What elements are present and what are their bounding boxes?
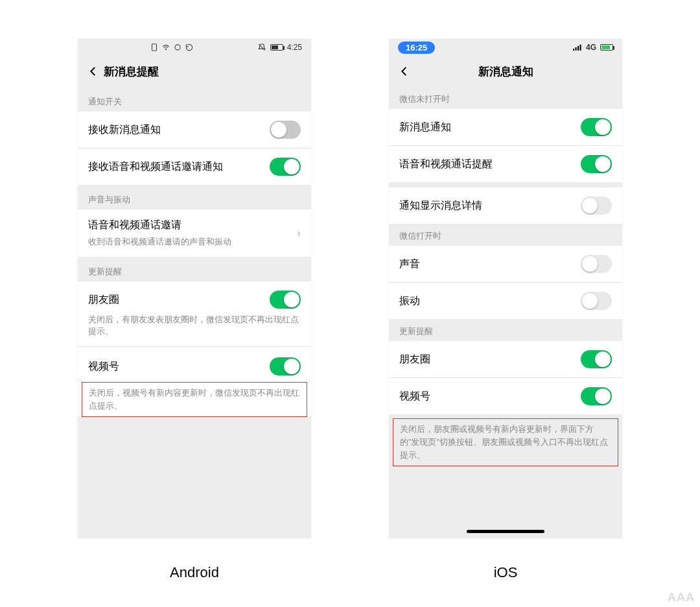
cell-label: 振动 — [399, 294, 420, 308]
svg-rect-4 — [573, 49, 574, 51]
ios-footer-note-highlight: 关闭后，朋友圈或视频号有新内容更新时，界面下方的"发现页"切换按钮、朋友圈或视频… — [393, 418, 618, 466]
android-section1-header: 通知开关 — [78, 87, 311, 112]
toggle-new-msg[interactable] — [581, 118, 612, 136]
moments-note: 关闭后，有朋友发表朋友圈时，微信发现页不再出现红点提示。 — [88, 314, 301, 337]
ios-navbar: 新消息通知 — [389, 56, 622, 87]
android-title: 新消息提醒 — [104, 64, 159, 79]
cell-moments[interactable]: 朋友圈 关闭后，有朋友发表朋友圈时，微信发现页不再出现红点提示。 — [78, 281, 311, 347]
ios-caption: iOS — [494, 564, 518, 581]
svg-rect-6 — [578, 46, 579, 51]
cell-label: 声音 — [399, 257, 420, 271]
android-time: 4:25 — [287, 43, 302, 52]
ios-section2-header: 微信打开时 — [389, 224, 622, 246]
cell-label: 接收新消息通知 — [88, 123, 161, 137]
cell-show-detail[interactable]: 通知显示消息详情 — [389, 187, 622, 224]
svg-point-2 — [175, 45, 180, 50]
toggle-av-remind[interactable] — [581, 155, 612, 173]
svg-rect-5 — [575, 47, 576, 51]
sim-icon — [150, 43, 159, 52]
cellular-bars-icon — [573, 43, 582, 52]
chevron-right-icon: › — [297, 226, 301, 240]
toggle-channels[interactable] — [270, 357, 301, 375]
cell-label: 语音和视频通话提醒 — [399, 158, 493, 171]
ios-footer-note: 关闭后，朋友圈或视频号有新内容更新时，界面下方的"发现页"切换按钮、朋友圈或视频… — [393, 419, 618, 466]
battery-icon — [600, 44, 613, 51]
spinner-icon — [173, 43, 182, 52]
wifi-icon — [161, 43, 170, 52]
refresh-icon — [185, 43, 194, 52]
chevron-left-icon — [88, 65, 99, 77]
svg-point-1 — [166, 49, 167, 49]
home-indicator — [467, 530, 544, 533]
toggle-show-detail[interactable] — [581, 196, 612, 215]
watermark: AAA — [668, 591, 695, 604]
android-channels-note-highlight: 关闭后，视频号有新内容更新时，微信发现页不再出现红点提示。 — [82, 382, 307, 417]
channels-note: 关闭后，视频号有新内容更新时，微信发现页不再出现红点提示。 — [82, 383, 307, 416]
ios-section3-header: 更新提醒 — [389, 319, 622, 341]
toggle-receive-msg[interactable] — [270, 121, 301, 139]
cell-sublabel: 收到语音和视频通话邀请的声音和振动 — [88, 236, 297, 248]
ios-section1-header: 微信未打开时 — [389, 87, 622, 109]
toggle-channels-ios[interactable] — [581, 387, 612, 405]
battery-icon — [270, 44, 283, 51]
svg-rect-7 — [579, 45, 581, 51]
mute-icon — [257, 43, 266, 52]
cell-label: 语音和视频通话邀请 — [88, 219, 297, 232]
back-button[interactable] — [394, 65, 415, 77]
android-section3-header: 更新提醒 — [78, 257, 311, 281]
toggle-sound[interactable] — [581, 255, 612, 273]
cell-label: 通知显示消息详情 — [399, 199, 482, 213]
android-navbar: 新消息提醒 — [78, 56, 311, 87]
cell-receive-new-msg[interactable]: 接收新消息通知 — [78, 112, 311, 149]
cell-label: 视频号 — [88, 360, 119, 374]
cell-label: 新消息通知 — [399, 121, 451, 134]
toggle-vibrate[interactable] — [581, 292, 612, 310]
cell-sound[interactable]: 声音 — [389, 246, 622, 283]
ios-statusbar: 16:25 4G — [389, 39, 622, 56]
cell-av-remind[interactable]: 语音和视频通话提醒 — [389, 146, 622, 182]
toggle-receive-av[interactable] — [270, 158, 301, 176]
android-caption: Android — [170, 564, 219, 581]
cell-label: 朋友圈 — [88, 293, 119, 307]
toggle-moments-ios[interactable] — [581, 350, 612, 368]
ios-title: 新消息通知 — [415, 64, 596, 79]
cell-label: 视频号 — [399, 390, 430, 403]
chevron-left-icon — [399, 65, 410, 77]
cell-vibrate[interactable]: 振动 — [389, 283, 622, 319]
cell-av-invite-detail[interactable]: 语音和视频通话邀请 收到语音和视频通话邀请的声音和振动 › — [78, 209, 311, 257]
ios-network-label: 4G — [586, 43, 596, 52]
svg-rect-0 — [152, 44, 157, 51]
toggle-moments[interactable] — [270, 291, 301, 309]
ios-time: 16:25 — [398, 42, 435, 54]
back-button[interactable] — [83, 65, 104, 77]
android-section2-header: 声音与振动 — [78, 185, 311, 209]
android-phone: 4:25 新消息提醒 通知开关 接收新消息通知 接收语音和视频通话邀请通知 — [78, 39, 311, 538]
cell-new-msg-notif[interactable]: 新消息通知 — [389, 109, 622, 146]
cell-receive-av-invite[interactable]: 接收语音和视频通话邀请通知 — [78, 149, 311, 185]
cell-channels-ios[interactable]: 视频号 — [389, 378, 622, 414]
ios-phone: 16:25 4G 新消息通知 微信未打开时 新消息通知 — [389, 39, 622, 538]
android-statusbar: 4:25 — [78, 39, 311, 56]
cell-moments-ios[interactable]: 朋友圈 — [389, 341, 622, 378]
cell-label: 朋友圈 — [399, 353, 430, 366]
cell-label: 接收语音和视频通话邀请通知 — [88, 160, 223, 174]
cell-channels[interactable]: 视频号 — [78, 347, 311, 382]
